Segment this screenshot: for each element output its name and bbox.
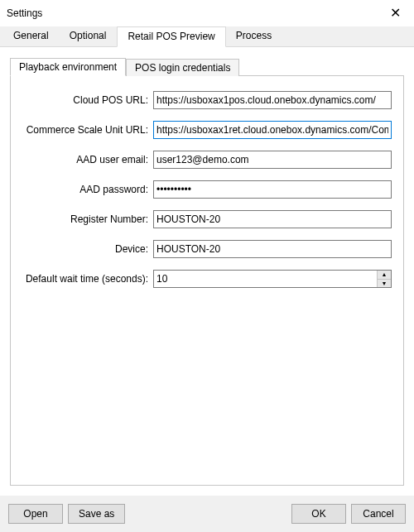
input-commerce-scale-url[interactable] — [153, 121, 392, 139]
settings-dialog: Settings ✕ General Optional Retail POS P… — [0, 0, 414, 532]
main-tabstrip: General Optional Retail POS Preview Proc… — [0, 26, 414, 47]
label-cloud-pos-url: Cloud POS URL: — [22, 94, 153, 106]
playback-environment-form: Cloud POS URL: Commerce Scale Unit URL: … — [10, 75, 404, 486]
input-device[interactable] — [153, 240, 392, 258]
save-as-button[interactable]: Save as — [68, 504, 125, 524]
tab-process[interactable]: Process — [226, 26, 282, 46]
label-aad-user-email: AAD user email: — [22, 154, 153, 165]
input-aad-user-email[interactable] — [153, 151, 392, 169]
tab-general[interactable]: General — [3, 26, 60, 46]
close-icon[interactable]: ✕ — [385, 5, 406, 22]
label-default-wait-time: Default wait time (seconds): — [22, 273, 153, 285]
input-aad-password[interactable] — [153, 180, 392, 199]
dialog-button-bar: Open Save as OK Cancel — [0, 496, 414, 532]
spinner-down-button[interactable]: ▼ — [378, 280, 391, 288]
spinner-up-button[interactable]: ▲ — [378, 271, 391, 280]
content-area: Playback environment POS login credentia… — [0, 47, 414, 496]
dialog-title: Settings — [7, 7, 42, 19]
label-commerce-scale-url: Commerce Scale Unit URL: — [22, 124, 153, 136]
label-device: Device: — [22, 243, 153, 255]
titlebar: Settings ✕ — [0, 0, 414, 26]
open-button[interactable]: Open — [8, 504, 63, 524]
inner-panel: Playback environment POS login credentia… — [10, 57, 404, 486]
input-default-wait-time[interactable] — [154, 271, 377, 287]
spinner-buttons: ▲ ▼ — [377, 271, 391, 287]
tab-playback-environment[interactable]: Playback environment — [10, 58, 126, 76]
tab-retail-pos-preview[interactable]: Retail POS Preview — [117, 26, 225, 47]
tab-optional[interactable]: Optional — [60, 26, 118, 46]
label-aad-password: AAD password: — [22, 184, 153, 195]
spinner-default-wait-time[interactable]: ▲ ▼ — [153, 270, 392, 288]
tab-pos-login-credentials[interactable]: POS login credentials — [126, 59, 239, 76]
ok-button[interactable]: OK — [291, 504, 346, 524]
input-register-number[interactable] — [153, 210, 392, 228]
label-register-number: Register Number: — [22, 213, 153, 225]
cancel-button[interactable]: Cancel — [351, 504, 406, 524]
input-cloud-pos-url[interactable] — [153, 91, 392, 109]
inner-tabstrip: Playback environment POS login credentia… — [10, 57, 404, 75]
